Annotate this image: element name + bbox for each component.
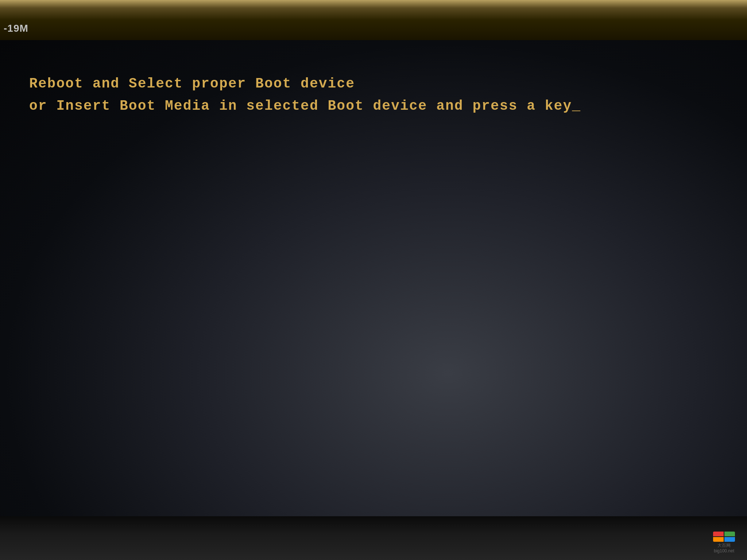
bottom-bezel: 大百网 big100.net xyxy=(0,516,747,560)
monitor-frame: -19M Reboot and Select proper Boot devic… xyxy=(0,0,747,560)
boot-message-container: Reboot and Select proper Boot device or … xyxy=(29,73,718,117)
top-bezel: -19M xyxy=(0,0,747,40)
logo-quadrant-top-left xyxy=(713,532,724,536)
logo-quadrant-bottom-left xyxy=(713,537,724,542)
logo-quadrant-top-right xyxy=(724,532,735,536)
watermark-site-label: 大百网 xyxy=(714,543,734,548)
watermark-site-name: 大百网 big100.net xyxy=(714,543,734,553)
watermark-site-url: big100.net xyxy=(714,548,734,553)
logo-quadrant-bottom-right xyxy=(724,537,735,542)
watermark: 大百网 big100.net xyxy=(708,532,740,553)
boot-message-line2: or Insert Boot Media in selected Boot de… xyxy=(29,95,718,117)
monitor-model-label: -19M xyxy=(4,23,28,34)
screen-area: Reboot and Select proper Boot device or … xyxy=(0,40,747,516)
watermark-logo xyxy=(713,532,735,542)
boot-message-line1: Reboot and Select proper Boot device xyxy=(29,73,718,95)
